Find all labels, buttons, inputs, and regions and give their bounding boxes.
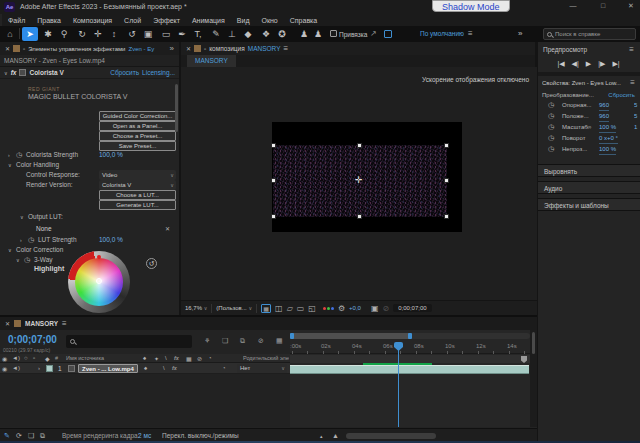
next-frame-button[interactable]: |▶ xyxy=(598,60,605,68)
preview-menu-icon[interactable]: ≡ xyxy=(629,45,634,54)
puppet-pin-tool-icon[interactable]: ✪ xyxy=(274,27,290,41)
region-of-interest-icon[interactable]: ▱ xyxy=(287,304,293,313)
transparency-grid-icon[interactable]: ▭ xyxy=(297,304,305,313)
show-snapshot-icon[interactable]: ⊘ xyxy=(383,304,390,313)
workspace-overflow-icon[interactable]: » xyxy=(518,29,522,38)
collapse-icon[interactable]: ∨ xyxy=(8,160,12,170)
panel-close-icon[interactable]: ✕ xyxy=(5,45,10,52)
guided-color-correction-button[interactable]: Guided Color Correction... xyxy=(99,111,176,121)
dolly-tool-icon[interactable]: ↕ xyxy=(106,27,122,41)
workspace-selector[interactable]: По умолчанию xyxy=(420,30,464,37)
group-color-handling[interactable]: ∨ Color Handling xyxy=(0,160,179,170)
draft-3d-icon[interactable]: ❏ xyxy=(222,337,228,345)
zoom-in-mountain-icon[interactable]: ▲ xyxy=(332,432,339,439)
slant-switch-icon[interactable]: \ xyxy=(165,355,167,361)
status-stack-icon[interactable]: ⧉ xyxy=(40,432,45,440)
control-response-dropdown[interactable]: Video∨ xyxy=(99,170,176,180)
orbit-tool-icon[interactable]: ↻ xyxy=(74,27,90,41)
clear-lut-icon[interactable]: ✕ xyxy=(165,224,170,234)
menu-layer[interactable]: Слой xyxy=(118,17,147,24)
menu-help[interactable]: Справка xyxy=(284,17,323,24)
layer-slant-icon[interactable]: \ xyxy=(163,365,165,371)
choose-lut-button[interactable]: Choose a LUT... xyxy=(99,190,176,200)
menu-window[interactable]: Окно xyxy=(255,17,283,24)
stopwatch-icon[interactable]: ◷ xyxy=(548,144,554,154)
selection-handle[interactable] xyxy=(444,143,449,148)
workspace-menu-icon[interactable]: ≡ xyxy=(468,29,473,38)
play-button[interactable]: ▶ xyxy=(586,60,591,68)
effect-controls-scrollbar[interactable] xyxy=(175,84,178,132)
work-area-end-handle[interactable] xyxy=(408,333,412,339)
selection-handle[interactable] xyxy=(271,214,276,219)
tab-mansory[interactable]: MANSORY xyxy=(187,55,236,67)
open-as-panel-button[interactable]: Open as a Panel... xyxy=(99,121,176,131)
shy-switch-icon[interactable]: ♠ xyxy=(143,355,146,361)
param-value[interactable]: 100,0 % xyxy=(99,235,123,245)
selection-handle[interactable] xyxy=(357,143,362,148)
motion-blur-icon[interactable]: ⊘ xyxy=(258,337,264,345)
stopwatch-icon[interactable]: ◷ xyxy=(16,150,22,160)
menu-composition[interactable]: Композиция xyxy=(67,17,118,24)
align-panel-header[interactable]: Выровнять xyxy=(537,164,640,177)
maximize-button[interactable]: □ xyxy=(596,2,610,9)
selection-handle[interactable] xyxy=(444,178,449,183)
wheel-hue-marker[interactable] xyxy=(97,255,101,259)
selection-handle[interactable] xyxy=(444,214,449,219)
layer-fx-icon[interactable]: fx xyxy=(172,365,177,371)
snap-control[interactable]: Привязка xyxy=(330,30,367,38)
minimize-button[interactable]: — xyxy=(566,2,580,9)
video-column-icon[interactable]: ◉ xyxy=(2,355,7,362)
choose-preset-button[interactable]: Choose a Preset... xyxy=(99,131,176,141)
property-value[interactable]: 960 xyxy=(599,111,609,122)
timeline-tab[interactable]: MANSORY xyxy=(25,320,58,327)
stopwatch-icon[interactable]: ◷ xyxy=(28,235,34,245)
status-layers-icon[interactable]: ❏ xyxy=(28,432,34,440)
snapshot-camera-icon[interactable]: ▣ xyxy=(371,304,379,313)
person-tool-icon[interactable]: ♟ xyxy=(310,27,326,41)
layer-name[interactable]: Zven - ... Low.mp4 xyxy=(78,364,138,373)
camera-tool-icon[interactable]: ▣ xyxy=(140,27,156,41)
property-value-2[interactable]: 1 xyxy=(634,122,640,132)
roto-brush-tool-icon[interactable]: ❖ xyxy=(258,27,274,41)
pan-camera-tool-icon[interactable]: ✛ xyxy=(90,27,106,41)
frame-blending-icon[interactable]: ⧉ xyxy=(240,337,245,345)
close-button[interactable]: ✕ xyxy=(624,2,638,10)
panel-lock-icon[interactable]: ▫ xyxy=(23,46,25,52)
zoom-level-dropdown[interactable]: 16,7% ∨ xyxy=(185,305,207,311)
render-version-dropdown[interactable]: Colorista V∨ xyxy=(99,180,176,190)
property-value[interactable]: 100 % xyxy=(599,122,616,133)
transform-group-row[interactable]: Преобразование... Сбросить xyxy=(537,89,640,100)
panel-lock-icon[interactable]: ▫ xyxy=(204,46,206,52)
property-value-2[interactable]: 5 xyxy=(634,100,640,110)
previous-frame-button[interactable]: ◀| xyxy=(572,60,579,68)
property-value[interactable]: 100 % xyxy=(599,144,616,155)
rotate-tool-icon[interactable]: ↺ xyxy=(124,27,140,41)
playhead-line[interactable] xyxy=(398,350,399,427)
work-area-track[interactable] xyxy=(290,333,530,339)
work-area-start-handle[interactable] xyxy=(290,333,294,339)
audio-column-icon[interactable]: ◄) xyxy=(12,355,20,361)
panel-overflow-icon[interactable]: » xyxy=(170,44,174,53)
panel-title-link[interactable]: Zven - Ey xyxy=(128,46,166,52)
stopwatch-icon[interactable]: ◷ xyxy=(548,133,554,143)
panel-title-link[interactable]: MANSORY xyxy=(248,45,281,52)
parent-column-header[interactable]: Родительский элемент ... xyxy=(243,355,289,361)
group-output-lut[interactable]: ∨ Output LUT: xyxy=(0,212,179,222)
audio-panel-header[interactable]: Аудио xyxy=(537,181,640,194)
status-pen-icon[interactable]: ✎ xyxy=(4,432,10,440)
layer-parent-pickwhip-icon[interactable]: ◔ xyxy=(222,365,226,371)
layer-eye-icon[interactable]: ◉ xyxy=(2,365,7,372)
timeline-vscroll[interactable] xyxy=(530,330,537,427)
timeline-vscroll-thumb[interactable] xyxy=(532,332,535,354)
lut-file-name[interactable]: None xyxy=(36,224,52,234)
brush-tool-icon[interactable]: ✎ xyxy=(208,27,224,41)
properties-menu-icon[interactable]: ≡ xyxy=(630,78,635,87)
status-cycle-icon[interactable]: ⟳ xyxy=(16,432,22,440)
graph-editor-icon[interactable]: ▦ xyxy=(276,337,283,345)
first-frame-button[interactable]: |◀ xyxy=(557,60,564,68)
effects-presets-panel-header[interactable]: Эффекты и шаблоны xyxy=(537,198,640,211)
stopwatch-icon[interactable]: ◷ xyxy=(548,100,554,110)
exposure-gear-icon[interactable]: ⚙ xyxy=(338,304,345,313)
collapse-icon[interactable]: ∨ xyxy=(8,245,12,255)
stopwatch-icon[interactable]: ◷ xyxy=(24,255,30,265)
